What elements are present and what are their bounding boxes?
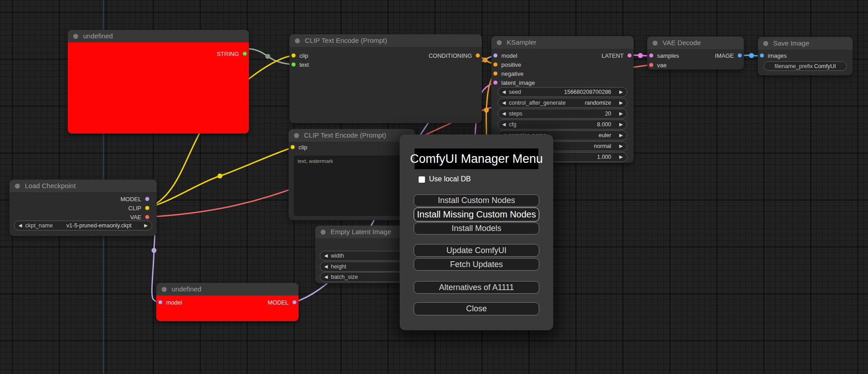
output-port-latent[interactable]: LATENT bbox=[602, 51, 632, 60]
output-port-model[interactable]: MODEL bbox=[121, 194, 149, 203]
port-dot[interactable] bbox=[145, 206, 149, 210]
reroute-dot-string[interactable] bbox=[266, 54, 271, 59]
node-status-dot[interactable] bbox=[295, 38, 300, 43]
node-status-dot[interactable] bbox=[653, 41, 658, 46]
increment-arrow-icon[interactable] bbox=[619, 101, 623, 105]
decrement-arrow-icon[interactable] bbox=[502, 111, 506, 116]
increment-arrow-icon[interactable] bbox=[144, 223, 148, 228]
output-port-conditioning[interactable]: CONDITIONING bbox=[429, 51, 480, 60]
reroute-dot-model[interactable] bbox=[152, 248, 157, 253]
input-port-latent-image[interactable]: latent_image bbox=[493, 78, 535, 87]
port-dot[interactable] bbox=[627, 53, 632, 58]
widget-ckpt-name[interactable]: ckpt_name v1-5-pruned-emaonly.ckpt bbox=[14, 221, 152, 231]
widget-steps[interactable]: steps 20 bbox=[498, 109, 627, 119]
widget-cfg[interactable]: cfg 8.000 bbox=[498, 120, 627, 129]
increment-arrow-icon[interactable] bbox=[619, 122, 623, 127]
port-dot[interactable] bbox=[760, 53, 764, 58]
reroute-dot-latent[interactable] bbox=[638, 53, 643, 58]
node-vae-decode[interactable]: VAE Decode samples vae IMAGE bbox=[647, 37, 744, 69]
use-local-db-checkbox[interactable] bbox=[419, 176, 425, 183]
port-dot[interactable] bbox=[145, 215, 149, 219]
node-status-dot[interactable] bbox=[763, 41, 768, 46]
input-port-model[interactable]: model bbox=[493, 51, 517, 60]
input-port-clip[interactable]: clip bbox=[291, 51, 308, 60]
node-clip-text-encode-positive[interactable]: CLIP Text Encode (Prompt) clip text COND… bbox=[289, 34, 482, 123]
node-load-checkpoint[interactable]: Load Checkpoint MODEL CLIP VAE ckpt_name… bbox=[9, 180, 157, 236]
port-dot[interactable] bbox=[493, 62, 498, 67]
port-dot[interactable] bbox=[291, 53, 296, 58]
increment-arrow-icon[interactable] bbox=[619, 133, 623, 138]
increment-arrow-icon[interactable] bbox=[619, 155, 623, 159]
input-port-samples[interactable]: samples bbox=[649, 51, 679, 60]
node-graph-canvas[interactable]: undefined STRING CLIP Text Encode (Promp… bbox=[0, 0, 868, 374]
input-port-positive[interactable]: positive bbox=[493, 60, 521, 69]
node-undefined-model[interactable]: undefined model MODEL bbox=[156, 283, 299, 321]
output-port-image[interactable]: IMAGE bbox=[715, 51, 742, 60]
node-status-dot[interactable] bbox=[15, 184, 20, 189]
use-local-db-label: Use local DB bbox=[429, 175, 471, 183]
port-dot[interactable] bbox=[649, 53, 653, 58]
decrement-arrow-icon[interactable] bbox=[19, 223, 22, 228]
node-title: undefined bbox=[172, 285, 201, 293]
node-status-dot[interactable] bbox=[321, 230, 326, 235]
port-dot[interactable] bbox=[291, 62, 296, 67]
input-port-images[interactable]: images bbox=[760, 51, 787, 60]
node-status-dot[interactable] bbox=[162, 287, 167, 292]
increment-arrow-icon[interactable] bbox=[619, 90, 623, 94]
node-title: VAE Decode bbox=[663, 39, 701, 46]
decrement-arrow-icon[interactable] bbox=[502, 90, 506, 94]
increment-arrow-icon[interactable] bbox=[619, 144, 623, 148]
input-port-text[interactable]: text bbox=[291, 60, 309, 69]
node-status-dot[interactable] bbox=[294, 133, 299, 138]
reroute-dot-clip[interactable] bbox=[218, 174, 223, 179]
close-button[interactable]: Close bbox=[414, 302, 539, 315]
comfyui-manager-dialog: ComfyUI Manager Menu Use local DB Instal… bbox=[400, 134, 553, 330]
port-dot[interactable] bbox=[476, 53, 480, 58]
output-port-string[interactable]: STRING bbox=[217, 49, 247, 58]
node-title: undefined bbox=[83, 32, 113, 40]
install-models-button[interactable]: Install Models bbox=[414, 222, 539, 235]
input-port-model[interactable]: model bbox=[158, 298, 182, 307]
widget-filename-prefix[interactable]: filename_prefix ComfyUI bbox=[764, 61, 847, 71]
widget-seed[interactable]: seed 156680208700286 bbox=[498, 87, 627, 97]
dialog-title: ComfyUI Manager Menu bbox=[415, 148, 538, 169]
reroute-dot-image[interactable] bbox=[749, 53, 754, 58]
install-missing-custom-nodes-button[interactable]: Install Missing Custom Nodes bbox=[414, 208, 539, 222]
port-dot[interactable] bbox=[158, 300, 163, 305]
node-status-dot[interactable] bbox=[497, 40, 502, 45]
alternatives-a1111-button[interactable]: Alternatives of A1111 bbox=[414, 281, 539, 294]
widget-control-after-generate[interactable]: control_after_generate randomize bbox=[498, 98, 627, 108]
fetch-updates-button[interactable]: Fetch Updates bbox=[414, 258, 539, 271]
output-port-vae[interactable]: VAE bbox=[130, 212, 149, 222]
node-undefined-string[interactable]: undefined STRING bbox=[68, 30, 249, 134]
output-port-clip[interactable]: CLIP bbox=[128, 203, 149, 212]
port-dot[interactable] bbox=[737, 53, 742, 58]
input-port-vae[interactable]: vae bbox=[649, 60, 667, 69]
decrement-arrow-icon[interactable] bbox=[502, 122, 506, 127]
node-status-dot[interactable] bbox=[73, 34, 78, 39]
update-comfyui-button[interactable]: Update ComfyUI bbox=[414, 244, 539, 257]
decrement-arrow-icon[interactable] bbox=[324, 275, 328, 279]
reroute-dot-negative[interactable] bbox=[484, 108, 489, 113]
port-dot[interactable] bbox=[292, 300, 297, 305]
install-custom-nodes-button[interactable]: Install Custom Nodes bbox=[414, 194, 539, 207]
node-save-image[interactable]: Save Image images filename_prefix ComfyU… bbox=[758, 37, 853, 75]
port-dot[interactable] bbox=[649, 63, 653, 67]
port-dot[interactable] bbox=[493, 53, 498, 58]
port-dot[interactable] bbox=[290, 145, 295, 149]
port-dot[interactable] bbox=[145, 197, 149, 201]
node-title: Load Checkpoint bbox=[25, 182, 76, 189]
increment-arrow-icon[interactable] bbox=[619, 111, 623, 116]
decrement-arrow-icon[interactable] bbox=[502, 101, 506, 105]
decrement-arrow-icon[interactable] bbox=[324, 264, 328, 269]
output-port-model[interactable]: MODEL bbox=[268, 298, 297, 307]
port-dot[interactable] bbox=[243, 51, 247, 56]
decrement-arrow-icon[interactable] bbox=[324, 254, 328, 258]
node-clip-text-encode-negative[interactable]: CLIP Text Encode (Prompt) clip text, wat… bbox=[289, 129, 415, 220]
port-dot[interactable] bbox=[493, 71, 498, 76]
port-dot[interactable] bbox=[493, 80, 498, 85]
input-port-clip[interactable]: clip bbox=[290, 143, 308, 152]
prompt-text-area[interactable]: text, watermark bbox=[294, 156, 411, 216]
input-port-negative[interactable]: negative bbox=[493, 69, 523, 78]
reroute-dot-positive[interactable] bbox=[483, 58, 488, 63]
